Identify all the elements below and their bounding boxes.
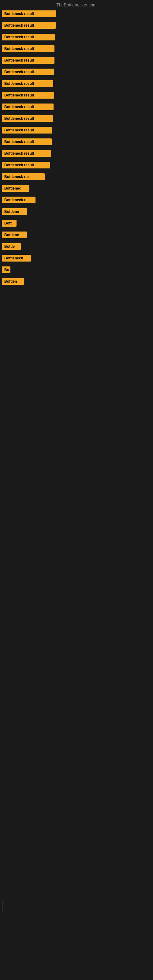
bottleneck-item[interactable]: Bottlen [2,277,151,286]
bottleneck-badge: Bottleneck result [2,150,51,157]
bottleneck-badge: Bottleneck result [2,10,56,17]
bottleneck-item[interactable]: Bo [2,266,151,275]
bottleneck-item[interactable]: Bottleneck result [2,150,151,159]
bottleneck-item[interactable]: Bottleneck result [2,91,151,100]
bottleneck-badge: Bottlene [2,232,27,238]
site-header: TheBottlenecker.com [0,0,153,9]
bottleneck-item[interactable]: Bottleneck result [2,21,151,30]
bottleneck-item[interactable]: Bottleneck result [2,80,151,89]
bottleneck-item[interactable]: Bottle [2,243,151,252]
bottleneck-badge: Bottlen [2,278,24,285]
bottleneck-badge: Bottleneck result [2,92,54,99]
bottleneck-item[interactable]: Bottleneck result [2,161,151,170]
bottleneck-badge: Bottle [2,243,21,250]
bottleneck-badge: Bottleneck result [2,57,54,64]
bottleneck-item[interactable]: Bottleneck [2,254,151,263]
bottleneck-item[interactable]: Bottleneck result [2,68,151,77]
bottleneck-item[interactable]: Bottlenec [2,185,151,194]
bottleneck-item[interactable]: Bottleneck result [2,56,151,65]
bottleneck-item[interactable]: Bottleneck result [2,126,151,135]
cursor-line [2,900,2,913]
bottleneck-badge: Bottleneck result [2,115,53,122]
bottleneck-badge: Bo [2,266,10,273]
bottleneck-badge: Bottleneck result [2,162,50,169]
bottleneck-item[interactable]: Bottlene [2,208,151,217]
bottleneck-badge: Bottleneck result [2,34,55,40]
bottleneck-badge: Bottleneck res [2,173,45,180]
bottleneck-badge: Bottleneck result [2,22,56,29]
bottleneck-badge: Bott [2,220,16,227]
bottleneck-badge: Bottleneck r [2,197,35,204]
bottleneck-item[interactable]: Bottleneck result [2,33,151,42]
bottleneck-item[interactable]: Bottleneck result [2,10,151,19]
bottleneck-item[interactable]: Bottleneck result [2,103,151,112]
bottleneck-badge: Bottlene [2,208,27,215]
bottleneck-item[interactable]: Bottleneck result [2,45,151,54]
items-container: Bottleneck resultBottleneck resultBottle… [0,9,153,290]
bottleneck-badge: Bottleneck result [2,127,52,134]
bottleneck-item[interactable]: Bottlene [2,231,151,240]
bottleneck-badge: Bottleneck result [2,80,53,87]
bottleneck-badge: Bottlenec [2,185,29,192]
bottleneck-item[interactable]: Bottleneck result [2,115,151,124]
site-title: TheBottlenecker.com [56,2,97,7]
bottleneck-badge: Bottleneck [2,255,31,261]
bottleneck-item[interactable]: Bottleneck r [2,196,151,205]
bottleneck-item[interactable]: Bottleneck result [2,138,151,147]
bottleneck-item[interactable]: Bott [2,219,151,229]
bottleneck-badge: Bottleneck result [2,103,54,110]
bottleneck-badge: Bottleneck result [2,45,54,52]
bottleneck-badge: Bottleneck result [2,68,54,75]
bottleneck-item[interactable]: Bottleneck res [2,173,151,182]
bottleneck-badge: Bottleneck result [2,138,52,145]
